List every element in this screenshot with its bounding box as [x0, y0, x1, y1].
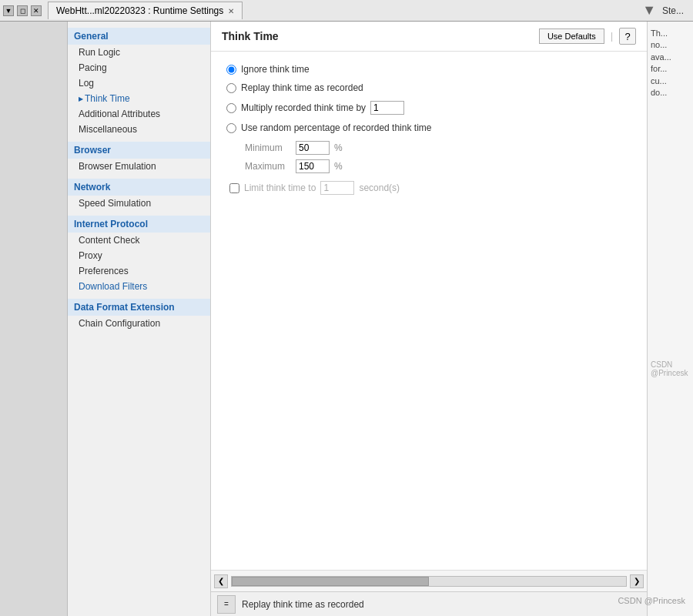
radio-row-multiply: Multiply recorded think time by — [226, 101, 631, 115]
right-panel: Th...no...ava...for...cu...do... CSDN @P… — [647, 22, 693, 616]
sidebar-item-think-time[interactable]: Think Time — [68, 91, 210, 106]
radio-row-random: Use random percentage of recorded think … — [226, 122, 631, 133]
minimum-unit: % — [334, 142, 343, 153]
bottom-bar: = Replay think time as recorded — [211, 591, 647, 616]
right-panel-text: Th...no...ava...for...cu...do... — [651, 28, 690, 99]
radio-random-label: Use random percentage of recorded think … — [241, 122, 431, 133]
radio-multiply[interactable] — [226, 103, 236, 113]
limit-checkbox[interactable] — [229, 183, 239, 193]
radio-ignore-label: Ignore think time — [241, 64, 310, 75]
content-title: Think Time — [222, 30, 279, 42]
radio-replay-label: Replay think time as recorded — [241, 82, 363, 93]
scroll-right-button[interactable]: ❯ — [630, 574, 644, 588]
radio-row-replay: Replay think time as recorded — [226, 82, 631, 93]
tab-close-icon[interactable]: ✕ — [228, 7, 234, 15]
maximum-input[interactable] — [296, 159, 330, 173]
header-actions: Use Defaults | ? — [539, 28, 636, 45]
minimum-label: Minimum — [245, 142, 291, 153]
sidebar-item-additional-attributes[interactable]: Additional Attributes — [68, 106, 210, 122]
help-button[interactable]: ? — [619, 28, 636, 45]
main-tab[interactable]: WebHtt...ml20220323 : Runtime Settings ✕ — [48, 2, 243, 19]
horizontal-scrollbar[interactable]: ❮ ❯ — [211, 570, 647, 591]
maximum-label: Maximum — [245, 161, 291, 172]
sidebar-item-browser-emulation[interactable]: Browser Emulation — [68, 159, 210, 174]
sidebar-item-miscellaneous[interactable]: Miscellaneous — [68, 122, 210, 137]
scrollbar-thumb[interactable] — [232, 577, 429, 586]
restore-button[interactable]: ◻ — [17, 5, 28, 16]
tab-title: WebHtt...ml20220323 : Runtime Settings — [56, 5, 223, 16]
use-defaults-button[interactable]: Use Defaults — [539, 28, 604, 44]
right-tab-label: Ste... — [662, 5, 690, 16]
limit-value-input[interactable] — [320, 181, 354, 195]
left-thin-bar — [0, 22, 68, 616]
limit-row: Limit think time to second(s) — [229, 181, 631, 195]
sidebar-item-proxy[interactable]: Proxy — [68, 248, 210, 263]
close-button[interactable]: ✕ — [31, 5, 42, 16]
maximum-unit: % — [334, 161, 343, 172]
radio-group: Ignore think time Replay think time as r… — [226, 64, 631, 195]
sidebar-item-preferences[interactable]: Preferences — [68, 263, 210, 279]
bottom-icon[interactable]: = — [217, 595, 236, 614]
radio-multiply-label: Multiply recorded think time by — [241, 102, 366, 113]
sidebar-item-speed-simulation[interactable]: Speed Simulation — [68, 196, 210, 211]
scrollbar-track[interactable] — [231, 576, 627, 587]
radio-ignore[interactable] — [226, 65, 236, 75]
radio-row-ignore: Ignore think time — [226, 64, 631, 75]
watermark: CSDN @Princesk — [651, 360, 690, 377]
radio-random[interactable] — [226, 123, 236, 133]
minimize-button[interactable]: ▼ — [3, 5, 14, 16]
radio-replay[interactable] — [226, 83, 236, 93]
sidebar-section-general: General — [68, 28, 210, 45]
multiply-value-input[interactable] — [370, 101, 404, 115]
sidebar-item-pacing[interactable]: Pacing — [68, 60, 210, 75]
bottom-status-text: Replay think time as recorded — [242, 599, 364, 610]
content-body: Ignore think time Replay think time as r… — [211, 52, 647, 570]
limit-unit: second(s) — [359, 182, 400, 193]
sidebar-item-chain-configuration[interactable]: Chain Configuration — [68, 316, 210, 331]
sidebar-item-download-filters[interactable]: Download Filters — [68, 279, 210, 294]
content-header: Think Time Use Defaults | ? — [211, 22, 647, 52]
limit-label: Limit think time to — [244, 182, 316, 193]
watermark-text: CSDN @Princesk — [618, 596, 685, 605]
sub-row-minimum: Minimum % — [245, 141, 631, 155]
sub-row-maximum: Maximum % — [245, 159, 631, 173]
content-area: Think Time Use Defaults | ? Ignore think… — [211, 22, 647, 616]
sidebar-section-internet-protocol: Internet Protocol — [68, 216, 210, 233]
scroll-left-button[interactable]: ❮ — [214, 574, 228, 588]
sub-options: Minimum % Maximum % — [245, 141, 631, 173]
sidebar-item-content-check[interactable]: Content Check — [68, 233, 210, 248]
sidebar-item-run-logic[interactable]: Run Logic — [68, 45, 210, 60]
sidebar-item-log[interactable]: Log — [68, 75, 210, 91]
sidebar-section-network: Network — [68, 179, 210, 196]
sidebar: General Run Logic Pacing Log Think Time … — [68, 22, 211, 616]
sidebar-section-browser: Browser — [68, 142, 210, 159]
minimum-input[interactable] — [296, 141, 330, 155]
tab-arrow[interactable]: ▼ — [642, 2, 662, 18]
sidebar-section-data-format-extension: Data Format Extension — [68, 299, 210, 316]
